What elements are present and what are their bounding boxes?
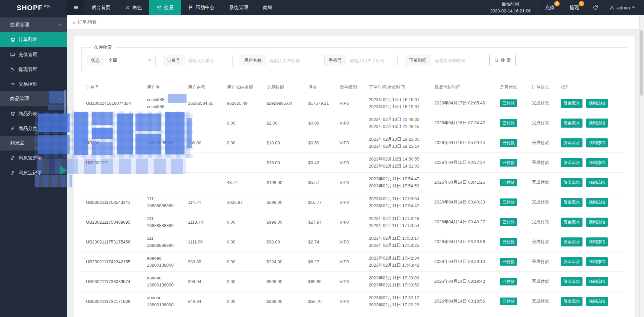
sidebar-item-product-category[interactable]: 商品分类 [0,121,67,136]
fund-flow-button[interactable]: 资金流水 [561,277,582,286]
nav-item-system[interactable]: 系统管理 [222,0,255,15]
force-freeze-button[interactable]: 强制冻结 [586,297,608,306]
table-row: UB230 15988899999 100.00 0.00 $18.00 $0.… [81,133,624,153]
table-row: 0.00 $2.00 $0.06 VIP0 2023年02月13日 21:48:… [81,113,624,133]
cell-frozen: 43.74 [222,179,262,186]
order-time-line: 2023年02月11日 17:53:54 [369,195,426,202]
paid-badge: 已付款 [500,218,517,226]
cell-username: 111` 18888888880 [142,194,183,211]
withdraw-quick-link[interactable]: 提现 0 [562,0,587,15]
table-row: UB2302111733039574 aoaoao 13800138000 39… [81,272,624,291]
force-freeze-button[interactable]: 强制冻结 [586,237,608,246]
nav-item-roles[interactable]: 角色 [118,0,149,15]
pay-time-line: 2023年02月11日 17:32:29 [369,301,426,308]
force-freeze-button[interactable]: 强制冻结 [586,277,608,286]
cart-icon [10,111,15,116]
status-select[interactable]: 全部 [104,55,155,66]
top-bar: SHOPFV16 后台首页 角色 交易 帮助中心 系统管理 商城 当地时间 20… [0,0,644,15]
fund-flow-button[interactable]: 资金流水 [561,218,582,227]
cell-amount: $18.00 [262,139,304,147]
pay-time-line: 2023年02月12日 14:51:03 [369,163,426,170]
sidebar-group-trade-management[interactable]: 交易管理 [0,17,67,32]
recharge-quick-link[interactable]: 充值 6 [537,0,562,15]
phone-line: 18888888880 [147,202,180,209]
fund-flow-button[interactable]: 资金流水 [561,237,582,246]
refresh-button[interactable] [587,0,604,15]
username-label: 用户名称 [240,55,266,66]
scrollbar-thumb[interactable] [640,30,643,96]
fund-flow-button[interactable]: 资金流水 [561,257,582,266]
sidebar-item-interest-records[interactable]: 利息宝记录 [0,165,67,180]
cell-actions: 资金流水 强制冻结 [556,137,624,149]
phone-input[interactable] [346,55,397,66]
fund-flow-button[interactable]: 资金流水 [561,99,582,108]
force-freeze-button[interactable]: 强制冻结 [586,158,608,167]
cart-icon [10,37,15,42]
cell-paid: 已付款 [495,257,527,267]
sidebar-item-product-list[interactable]: 商品列表 [0,106,67,121]
sidebar-item-trade-control[interactable]: 交易控制 [0,77,67,91]
gavel-icon [10,67,15,72]
fund-flow-button[interactable]: 资金流水 [561,158,582,167]
admin-menu[interactable]: admin [604,5,644,10]
caret-down-icon [148,59,151,61]
flag-icon [188,5,193,10]
paid-badge: 已付款 [500,258,517,266]
nav-item-trade[interactable]: 交易 [149,0,181,15]
top-nav: 后台首页 角色 交易 帮助中心 系统管理 商城 [84,0,280,15]
fund-flow-button[interactable]: 资金流水 [561,138,582,147]
sidebar-toggle-button[interactable] [67,0,84,15]
cell-frozen [222,161,262,164]
nav-item-mall[interactable]: 商城 [255,0,280,15]
sidebar-group-interest-treasure[interactable]: 利息宝 [0,136,67,150]
order-time-line: 2023年02月11日 17:32:17 [369,294,426,301]
page-scrollbar[interactable] [639,15,644,317]
order-no-input[interactable] [185,55,232,66]
fund-flow-button[interactable]: 资金流水 [561,297,582,306]
force-freeze-button[interactable]: 强制冻结 [586,119,608,128]
sidebar-item-withdraw-management[interactable]: 提现管理 [0,62,67,77]
nav-item-help-center[interactable]: 帮助中心 [181,0,222,15]
force-freeze-button[interactable]: 强制冻结 [586,99,608,108]
nav-item-dashboard[interactable]: 后台首页 [84,0,118,15]
cell-commission: $0.42 [304,159,335,167]
force-freeze-button[interactable]: 强制冻结 [586,198,608,207]
phone-line: 13800138000 [147,262,180,269]
sidebar-group-product-management[interactable]: 商品管理 [0,91,67,106]
fund-flow-button[interactable]: 资金流水 [561,198,582,207]
force-freeze-button[interactable]: 强制冻结 [586,178,608,187]
search-button[interactable]: 搜 索 [489,55,516,66]
username-line: aoaoao [147,255,180,262]
force-freeze-button[interactable]: 强制冻结 [586,218,608,227]
cell-status: 完成付款 [527,297,556,306]
col-frozen: 用户冻结金额 [222,83,262,92]
recharge-count-badge: 6 [554,1,560,6]
sidebar-item-order-list[interactable]: 订单列表 [0,32,67,47]
cell-commission: $0.06 [304,119,335,127]
sidebar-scrollbar-thumb[interactable] [64,90,66,114]
order-time-line: 2023年02月11日 17:53:17 [369,235,426,242]
cell-username [142,161,183,164]
order-time-input[interactable] [431,55,482,66]
cell-last-pay-time: 2026年04月14日 03:18:56 [430,297,495,306]
cell-username: aoaoao 13800138000 [142,253,183,270]
search-legend: 条件搜索 [91,44,115,50]
username-input[interactable] [266,55,317,66]
cell-paid: 已付款 [495,296,527,307]
pay-time-line: 2023年02月11日 17:53:25 [369,242,426,249]
username-line: 111` [147,235,180,242]
fund-flow-button[interactable]: 资金流水 [561,178,582,187]
sidebar-item-interest-options[interactable]: 利息宝选项 [0,150,67,165]
sidebar-item-recharge-management[interactable]: 充值管理 [0,47,67,62]
cell-order-no [81,122,142,124]
status-label: 状态 [87,55,104,66]
force-freeze-button[interactable]: 强制冻结 [586,257,608,266]
force-freeze-button[interactable]: 强制冻结 [586,138,608,147]
order-time-line: 2023年02月14日 16:19:07 [369,96,426,103]
cell-username: 111` 18888888880 [142,214,183,231]
table-row: UB2302111753543341 111` 18888888880 114.… [81,192,624,212]
cell-status: 完成付款 [527,198,556,207]
link-icon [10,126,15,131]
cell-order-time: 2023年02月11日 17:33:03 2023年02月11日 17:33:5… [364,273,430,290]
fund-flow-button[interactable]: 资金流水 [561,119,582,128]
